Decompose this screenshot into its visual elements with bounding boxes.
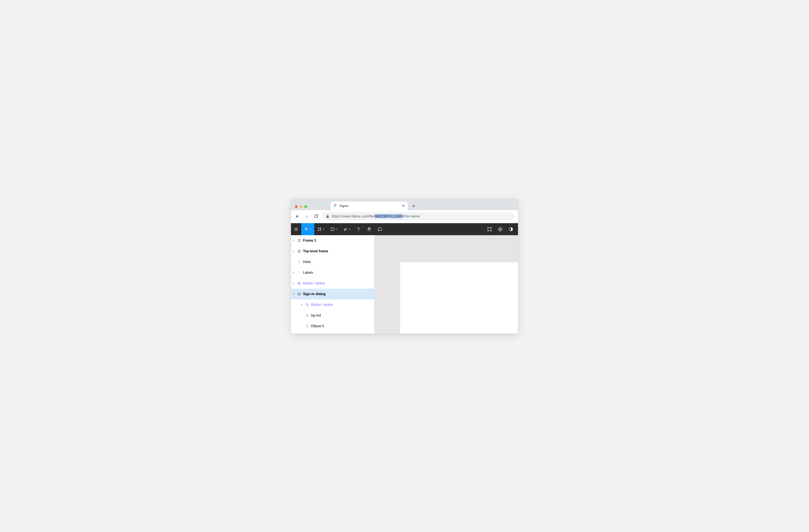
create-component-button[interactable] [495,223,505,235]
text-icon [297,260,301,264]
layer-label: Hello [303,260,311,264]
nav-reload-button[interactable] [313,214,319,219]
address-bar[interactable]: https://www.figma.com/file/ABCDEFG12345/… [323,212,515,220]
svg-point-2 [334,205,335,206]
figma-workspace: Frame 1 Top-level frame Hello Labels [291,235,518,334]
new-tab-button[interactable] [410,202,417,210]
url-suffix: /File-name [402,214,420,218]
component-icon [297,281,301,285]
disclosure-right-icon [300,304,304,306]
window-close-button[interactable] [295,205,298,208]
svg-rect-5 [327,216,329,218]
text-tool-button[interactable] [354,223,364,235]
svg-point-3 [335,205,337,206]
svg-point-25 [306,325,309,327]
layer-label: Frame 1 [303,238,316,243]
comment-tool-button[interactable] [375,223,385,235]
svg-rect-18 [298,271,300,274]
window-zoom-button[interactable] [304,205,307,208]
instance-icon [305,303,309,307]
layers-panel: Frame 1 Top-level frame Hello Labels [291,235,375,334]
figma-favicon-icon [333,204,337,208]
url-prefix: https://www.figma.com/file/ [332,214,375,218]
frame-icon [297,292,301,296]
layer-label: bg red [311,314,321,317]
nav-back-button[interactable] [294,214,300,219]
figma-toolbar [291,223,518,235]
svg-point-9 [487,227,488,228]
chevron-down-icon [349,228,350,230]
group-icon [297,270,301,275]
layer-row-button-active-instance[interactable]: Button / active [291,299,374,310]
tab-close-button[interactable] [402,205,405,207]
tab-title: Figma [339,204,400,208]
svg-point-0 [334,204,335,205]
ellipse-icon [305,324,309,328]
layer-label: Button / active [311,303,333,307]
layer-row-button-active-component[interactable]: Button / active [291,278,374,289]
layer-row-frame-1[interactable]: Frame 1 [291,235,374,246]
tab-strip: Figma [291,201,518,210]
disclosure-right-icon [292,250,295,252]
browser-tab[interactable]: Figma [331,201,408,210]
layer-label: Top-level frame [303,249,328,253]
layer-label: Labels [303,271,313,274]
svg-rect-8 [488,228,491,231]
layer-row-bg-red[interactable]: bg red [291,310,374,321]
layer-row-hello[interactable]: Hello [291,256,374,267]
pen-tool-button[interactable] [341,223,354,235]
move-tool-button[interactable] [301,223,314,235]
frame-tool-button[interactable] [314,223,327,235]
browser-window: Figma [291,199,518,334]
chevron-down-icon [335,228,338,230]
url-file-key: ABCDEFG12345 [375,214,402,218]
chevron-down-icon [323,228,324,230]
layer-row-ellipse-5[interactable]: Ellipse 5 [291,321,374,332]
svg-rect-24 [306,314,308,316]
disclosure-right-icon [292,271,295,274]
rectangle-icon [305,313,309,318]
mask-tool-button[interactable] [505,223,516,235]
frame-icon [297,238,301,243]
window-controls [295,205,307,210]
canvas-frame[interactable] [400,262,518,334]
svg-rect-23 [306,303,309,306]
component-tool-button[interactable] [484,223,495,235]
layer-row-labels[interactable]: Labels [291,267,374,278]
layer-label: Ellipse 5 [311,324,324,328]
svg-rect-13 [499,227,501,229]
svg-rect-21 [298,283,299,284]
svg-rect-19 [298,282,300,283]
frame-icon [297,249,301,253]
browser-chrome: Figma [291,199,518,223]
layer-row-sign-in-dialog[interactable]: Sign-in dialog [291,289,374,299]
svg-rect-20 [298,284,300,285]
layer-label: Sign-in dialog [303,292,326,296]
disclosure-right-icon [292,282,295,284]
svg-point-1 [335,204,337,205]
svg-rect-6 [331,228,334,230]
hand-tool-button[interactable] [364,223,375,235]
svg-point-11 [487,230,488,231]
svg-rect-16 [501,228,503,230]
disclosure-right-icon [292,240,295,242]
svg-rect-22 [299,283,301,284]
svg-point-7 [345,229,345,230]
layer-label: Button / active [303,281,325,285]
chevron-down-icon [309,228,311,230]
window-minimize-button[interactable] [299,205,303,208]
lock-icon [326,215,329,218]
main-menu-button[interactable] [291,223,301,235]
svg-point-10 [491,227,492,228]
figma-canvas[interactable] [375,235,518,334]
svg-point-12 [491,230,492,231]
layer-row-top-level-frame[interactable]: Top-level frame [291,246,374,256]
svg-rect-14 [499,230,501,231]
svg-rect-15 [498,228,500,230]
disclosure-down-icon [292,293,295,295]
shape-tool-button[interactable] [327,223,341,235]
svg-point-4 [334,206,335,207]
address-row: https://www.figma.com/file/ABCDEFG12345/… [291,210,518,223]
nav-forward-button[interactable] [304,214,309,219]
url-text: https://www.figma.com/file/ABCDEFG12345/… [332,214,420,218]
